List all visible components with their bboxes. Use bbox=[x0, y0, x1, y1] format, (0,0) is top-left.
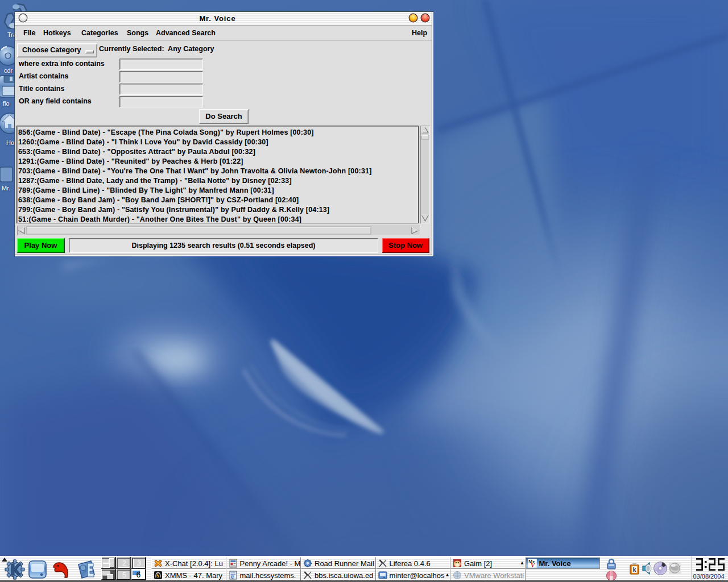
svg-text:e: e bbox=[231, 574, 234, 580]
svg-text:k: k bbox=[633, 567, 636, 573]
